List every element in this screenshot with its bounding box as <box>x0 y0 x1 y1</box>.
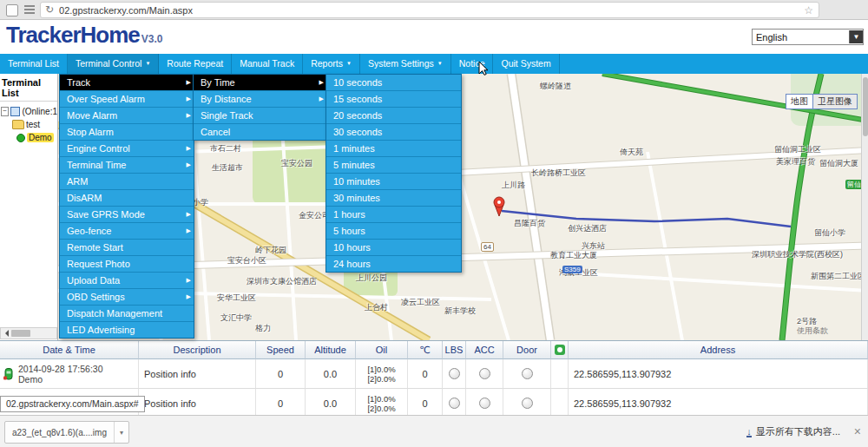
col-header-speed[interactable]: Speed <box>256 341 306 359</box>
menu-item-30-seconds[interactable]: 30 seconds <box>326 124 461 141</box>
menu-item-remote-start[interactable]: Remote Start <box>60 240 194 256</box>
col-header-acc[interactable]: ACC <box>466 341 503 359</box>
chevron-down-icon[interactable]: ▾ <box>114 422 128 443</box>
menu-item-single-track[interactable]: Single Track <box>194 108 326 124</box>
submenu-arrow-icon: ▶ <box>187 141 191 156</box>
menu-item-15-seconds[interactable]: 15 seconds <box>326 91 461 108</box>
logo-text: TrackerHome <box>6 22 140 48</box>
nav-item-terminal-list[interactable]: Terminal List <box>0 54 68 74</box>
browser-menu-icon[interactable] <box>24 5 35 14</box>
acc-radio[interactable] <box>479 398 490 409</box>
language-value: English <box>753 32 849 43</box>
close-shelf-icon[interactable]: × <box>854 424 861 438</box>
app-logo: TrackerHomeV3.0 <box>6 22 162 49</box>
menu-item-dispatch-management[interactable]: Dispatch Management <box>60 306 194 322</box>
menu-item-track[interactable]: Track▶ <box>60 75 194 91</box>
submenu-arrow-icon: ▶ <box>319 91 324 107</box>
map-terms-link[interactable]: 使用条款 <box>797 325 828 337</box>
menu-item-led-advertising[interactable]: LED Advertising <box>60 322 194 338</box>
cell-altitude: 0.0 <box>306 359 356 389</box>
menu-item-cancel[interactable]: Cancel <box>194 124 326 140</box>
menu-item-move-alarm[interactable]: Move Alarm▶ <box>60 108 194 124</box>
scrollbar-thumb[interactable] <box>11 330 30 337</box>
menu-item-20-seconds[interactable]: 20 seconds <box>326 108 461 124</box>
nav-item-route-repeat[interactable]: Route Repeat <box>159 54 232 74</box>
oil-line-2: [2]0.0% <box>367 374 395 384</box>
menu-item-10-seconds[interactable]: 10 seconds <box>326 75 461 91</box>
menu-item-arm[interactable]: ARM <box>60 174 194 190</box>
submenu-arrow-icon: ▶ <box>187 91 191 107</box>
nav-item-reports[interactable]: Reports▼ <box>303 54 360 74</box>
tree-item-online-1[interactable]: −(Online:1 <box>0 105 57 118</box>
menu-item-by-time[interactable]: By Time▶ <box>194 75 326 91</box>
lbs-radio[interactable] <box>449 398 460 409</box>
col-header-datetime[interactable]: Date & Time <box>0 341 139 359</box>
table-row[interactable]: 2014-09-28 17:56:30DemoPosition info00.0… <box>0 359 868 389</box>
nav-item-system-settings[interactable]: System Settings▼ <box>360 54 451 74</box>
menu-item-stop-alarm[interactable]: Stop Alarm <box>60 124 194 141</box>
col-header-altitude[interactable]: Altitude <box>306 341 356 359</box>
col-header-oil[interactable]: Oil <box>356 341 408 359</box>
menu-item-24-hours[interactable]: 24 hours <box>326 256 461 272</box>
menu-item-30-minutes[interactable]: 30 minutes <box>326 190 461 207</box>
menu-item-10-hours[interactable]: 10 hours <box>326 240 461 256</box>
tree-item-demo[interactable]: Demo <box>0 131 57 144</box>
menu-item-over-speed-alarm[interactable]: Over Speed Alarm▶ <box>60 91 194 108</box>
tree-item-test[interactable]: test <box>0 118 57 131</box>
menu-item-disarm[interactable]: DisARM <box>60 190 194 207</box>
download-icon: ↓ <box>746 427 752 437</box>
menu-item-terminal-time[interactable]: Terminal Time▶ <box>60 157 194 174</box>
map-mode-item[interactable]: 卫星图像 <box>812 94 858 109</box>
vertical-scrollbar[interactable] <box>861 74 868 340</box>
col-header-address[interactable]: Address <box>569 341 868 359</box>
menu-item-engine-control[interactable]: Engine Control▶ <box>60 141 194 157</box>
show-all-downloads-button[interactable]: ↓ 显示所有下载内容... <box>746 416 840 447</box>
menu-item-geo-fence[interactable]: Geo-fence▶ <box>60 223 194 240</box>
door-radio[interactable] <box>522 368 533 379</box>
collapse-icon[interactable]: − <box>1 107 9 116</box>
menu-item-label: 10 hours <box>333 242 371 253</box>
nav-item-manual-track[interactable]: Manual Track <box>232 54 303 74</box>
scroll-left-icon[interactable] <box>2 330 9 337</box>
col-header-door[interactable]: Door <box>503 341 551 359</box>
reload-icon[interactable]: ↻ <box>45 3 54 16</box>
menu-item-label: 10 minutes <box>333 176 380 187</box>
menu-item-upload-data[interactable]: Upload Data▶ <box>60 273 194 289</box>
map-label: 长岭路桥工业区 <box>531 168 586 179</box>
menu-item-1-hours[interactable]: 1 hours <box>326 207 461 223</box>
acc-radio[interactable] <box>479 368 490 379</box>
menu-item-5-minutes[interactable]: 5 minutes <box>326 157 461 174</box>
map-mode-item[interactable]: 地图 <box>786 94 812 109</box>
col-header-icon[interactable] <box>551 341 569 359</box>
sidebar-title: Terminal List <box>0 74 57 102</box>
browser-tab-icon[interactable] <box>6 4 18 16</box>
nav-item-terminal-control[interactable]: Terminal Control▼ <box>68 54 159 74</box>
sidebar-horizontal-scrollbar[interactable] <box>0 327 57 339</box>
lbs-radio[interactable] <box>449 368 460 379</box>
cell-description: Position info <box>139 389 256 418</box>
oil-line-1: [1]0.0% <box>367 394 395 404</box>
menu-item-request-photo[interactable]: Request Photo <box>60 256 194 273</box>
download-item[interactable]: a23_(et_q8v1.6)(a....img ▾ <box>4 421 129 444</box>
menu-item-save-gprs-mode[interactable]: Save GPRS Mode▶ <box>60 207 194 223</box>
col-header-lbs[interactable]: LBS <box>443 341 466 359</box>
menu-item-by-distance[interactable]: By Distance▶ <box>194 91 326 108</box>
door-radio[interactable] <box>522 398 533 409</box>
address-bar[interactable]: ↻ 02.gpstrackerxy.com/Main.aspx ☆ <box>40 2 819 18</box>
cell-temperature: 0 <box>408 359 443 389</box>
menu-item-1-minutes[interactable]: 1 minutes <box>326 141 461 157</box>
bookmark-star-icon[interactable]: ☆ <box>804 4 813 16</box>
map-label: 文汇中学 <box>220 312 252 324</box>
nav-item-quit-system[interactable]: Quit System <box>493 54 559 74</box>
menu-item-10-minutes[interactable]: 10 minutes <box>326 174 461 190</box>
chevron-down-icon[interactable]: ▼ <box>849 30 863 43</box>
scrollbar-thumb[interactable] <box>863 77 868 136</box>
menu-item-5-hours[interactable]: 5 hours <box>326 223 461 240</box>
chevron-down-icon: ▼ <box>145 54 150 74</box>
col-header-temperature[interactable]: ℃ <box>408 341 443 359</box>
map-label: 新丰学校 <box>444 306 476 317</box>
col-header-description[interactable]: Description <box>139 341 256 359</box>
menu-item-obd-settings[interactable]: OBD Settings▶ <box>60 289 194 306</box>
language-select[interactable]: English ▼ <box>752 29 864 45</box>
terminal-control-menu: Track▶Over Speed Alarm▶Move Alarm▶Stop A… <box>59 74 194 339</box>
